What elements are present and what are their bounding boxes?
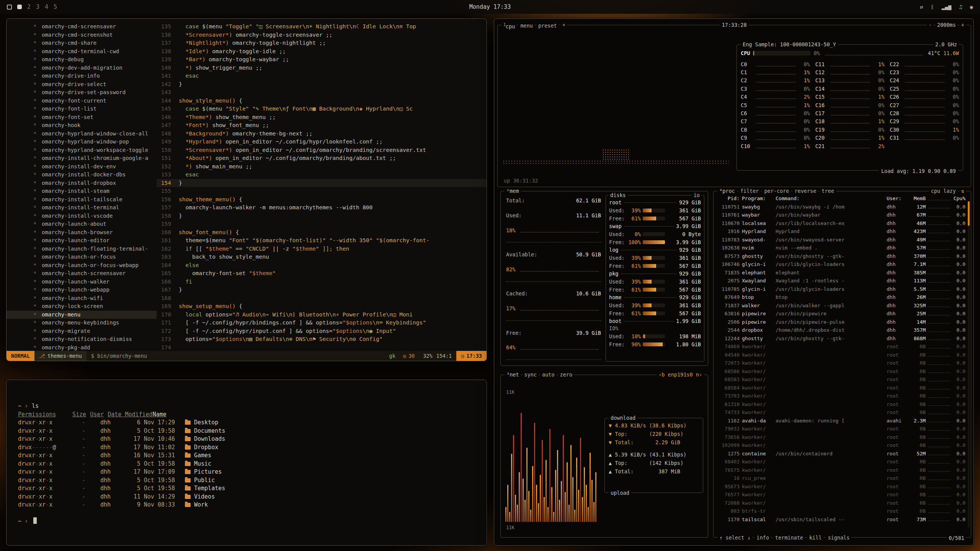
terminal-cursor[interactable] — [33, 517, 37, 524]
file-item[interactable]: *omarchy-notification-dismiss — [7, 335, 157, 344]
process-row[interactable]: 110751swaybg/usr/bin/swaybg -i /homdhh12… — [714, 203, 971, 211]
workspace-5[interactable]: 5 — [54, 3, 57, 10]
file-item[interactable]: *omarchy-drive-info — [7, 72, 157, 80]
file-item[interactable]: *omarchy-migrate — [7, 327, 157, 336]
process-row[interactable]: 102638nvimnvim --embed .dhh57M0.0 — [714, 244, 971, 252]
file-item[interactable]: *omarchy-launch-or-focus-webapp — [7, 261, 157, 270]
process-row[interactable]: 106746glycin-i/usr/lib/glycin-loadersdhh… — [714, 260, 971, 269]
process-row[interactable]: 74733kworker/root0B0.0 — [714, 408, 971, 417]
process-row[interactable]: 76577kworker/root0B0.0 — [714, 491, 971, 499]
process-row[interactable]: 2544dropbox/home/dhh/.dropbox-distdhh357… — [714, 326, 971, 334]
workspace-active-indicator[interactable] — [17, 5, 22, 9]
file-item[interactable]: *omarchy-launch-screensaver — [7, 269, 157, 278]
net-interface-selector[interactable]: ‹b enp191s0 n› — [657, 371, 704, 378]
file-item[interactable]: *omarchy-cmd-screenshot — [7, 31, 157, 39]
process-scrollbar[interactable] — [968, 201, 970, 527]
process-row[interactable]: 95673kworker/root0B0.0 — [714, 483, 971, 491]
sort-mode-button[interactable]: cpu lazy — [929, 187, 958, 194]
file-item[interactable]: *omarchy-install-dropbox — [7, 179, 157, 187]
file-item[interactable]: *omarchy-install-vscode — [7, 212, 157, 220]
bluetooth-icon[interactable]: ᛒ — [931, 4, 934, 10]
file-item[interactable]: *omarchy-debug — [7, 55, 157, 64]
workspace-3[interactable]: 3 — [36, 3, 39, 10]
file-item[interactable]: *omarchy-launch-about — [7, 220, 157, 228]
info-button[interactable]: info — [755, 534, 771, 541]
process-row[interactable]: 68583kworker/root0B0.0 — [714, 375, 971, 384]
file-item[interactable]: *omarchy-lock-screen — [7, 302, 157, 311]
sort-icon[interactable]: ⇅ — [959, 187, 966, 194]
process-row[interactable]: 110670localsea/usr/lib/localsearch-exdhh… — [714, 219, 971, 228]
file-item[interactable]: *omarchy-hyprland-window-pop — [7, 138, 157, 146]
process-row[interactable]: 1275containe/usr/bin/containerdroot52M0.… — [714, 450, 971, 458]
per-core-button[interactable]: per-core — [762, 187, 791, 194]
file-item[interactable]: *omarchy-cmd-screensaver — [7, 23, 157, 31]
file-item[interactable]: *omarchy-launch-walker — [7, 278, 157, 286]
terminate-button[interactable]: terminate — [773, 534, 805, 541]
file-item[interactable]: *omarchy-install-docker-dbs — [7, 171, 157, 179]
file-item[interactable]: *omarchy-menu-keybindings — [7, 319, 157, 327]
code-buffer[interactable]: 135 case $(menu "Toggle" "◫ Screensaver\… — [157, 19, 487, 351]
file-item[interactable]: *omarchy-launch-floating-terminal- — [7, 245, 157, 253]
file-item[interactable]: *omarchy-cmd-terminal-cwd — [7, 47, 157, 56]
process-row[interactable]: 79032kworker/root0B0.0 — [714, 425, 971, 433]
menu-button[interactable]: menu — [518, 22, 535, 29]
signals-button[interactable]: signals — [826, 534, 851, 541]
process-row[interactable]: 68584kworker/root0B0.0 — [714, 384, 971, 392]
header-user[interactable]: User: — [887, 196, 906, 201]
process-row[interactable]: 87573ghostty/usr/bin/ghostty --gtk-dhh37… — [714, 252, 971, 261]
select-keys-button[interactable]: ↑ select ↓ — [717, 534, 752, 541]
process-row[interactable]: 94540kworker/root0B0.0 — [714, 351, 971, 359]
omarchy-logo-icon[interactable] — [7, 5, 12, 10]
process-row[interactable]: 72088kworker/root0B0.0 — [714, 499, 971, 507]
file-item[interactable]: *omarchy-install-steam — [7, 187, 157, 196]
file-item[interactable]: *omarchy-font-current — [7, 97, 157, 105]
file-item[interactable]: *omarchy-install-terminal — [7, 204, 157, 212]
process-row[interactable]: 71837walker/usr/bin/walker --gappldhh325… — [714, 302, 971, 310]
power-icon[interactable]: ◉ — [970, 4, 973, 10]
process-row[interactable]: 76575kworker/root0B0.0 — [714, 466, 971, 474]
workspace-4[interactable]: 4 — [45, 3, 48, 10]
header-memb[interactable]: MemB — [908, 196, 926, 201]
process-row[interactable]: 1916HyprlandHyprlanddhh423M0.0 — [714, 227, 971, 236]
filter-button[interactable]: filter — [738, 187, 761, 194]
file-item[interactable]: *omarchy-hyprland-workspace-toggle — [7, 146, 157, 155]
process-row[interactable]: 803btrfs-trroot0B0.0 — [714, 507, 971, 515]
tree-button[interactable]: tree — [820, 187, 836, 194]
kill-button[interactable]: kill — [807, 534, 824, 541]
file-item[interactable]: *omarchy-launch-browser — [7, 228, 157, 237]
net-auto-button[interactable]: auto — [540, 371, 557, 378]
interval-decrease-button[interactable]: - — [927, 21, 934, 28]
process-row[interactable]: 1162avahi-daavahi-daemon: running [avahi… — [714, 417, 971, 425]
header-program[interactable]: Program: — [742, 196, 773, 201]
process-row[interactable]: 73656kworker/root0B0.0 — [714, 433, 971, 442]
workspace-2[interactable]: 2 — [27, 3, 31, 10]
net-zero-button[interactable]: zero — [558, 371, 575, 378]
screenshare-icon[interactable]: ⇄ — [920, 4, 923, 10]
file-item[interactable]: *omarchy-install-chromium-google-a — [7, 154, 157, 163]
file-item[interactable]: *omarchy-launch-or-focus — [7, 253, 157, 261]
process-row[interactable]: 110783swayosd-/usr/bin/swayosd-serverdhh… — [714, 236, 971, 244]
file-item[interactable]: *omarchy-font-list — [7, 105, 157, 113]
header-pid[interactable]: Pid: — [717, 196, 740, 201]
process-row[interactable]: 81310kworker/root0B0.0 — [714, 400, 971, 409]
header-command[interactable]: Command: — [776, 196, 884, 201]
terminal-window[interactable]: ~›lsPermissionsSizeUserDate ModifiedName… — [6, 380, 487, 546]
process-row[interactable]: 74869kworker/root0B0.0 — [714, 342, 971, 351]
reverse-button[interactable]: reverse — [792, 187, 818, 194]
file-item[interactable]: *omarchy-install-dev-env — [7, 163, 157, 171]
file-item[interactable]: *omarchy-drive-select — [7, 80, 157, 89]
process-row[interactable]: 68402kworker/root0B0.0 — [714, 458, 971, 466]
file-item[interactable]: *omarchy-font-set — [7, 113, 157, 122]
interval-increase-button[interactable]: + — [959, 21, 966, 28]
volume-icon[interactable]: ♫ — [959, 4, 962, 10]
process-row[interactable]: 68586kworker/root0B0.0 — [714, 367, 971, 376]
file-item[interactable]: *omarchy-hyprland-window-close-all — [7, 130, 157, 138]
process-row[interactable]: 110785glycin-i/usr/lib/glycin-loadersdhh… — [714, 285, 971, 293]
header-cpu[interactable]: Cpu% — [952, 196, 965, 201]
process-row[interactable]: 110761waybar/usr/bin/waybardhh67M0.0 — [714, 211, 971, 219]
preset-button[interactable]: preset — [536, 22, 559, 29]
file-item[interactable]: *omarchy-hook — [7, 121, 157, 130]
process-row[interactable]: 2506pipewire/usr/bin/pipewire-pulsedhh14… — [714, 318, 971, 326]
net-sync-button[interactable]: sync — [523, 371, 539, 378]
process-row[interactable]: 12244ghostty/usr/bin/ghostty --gtk-dhh86… — [714, 334, 971, 343]
